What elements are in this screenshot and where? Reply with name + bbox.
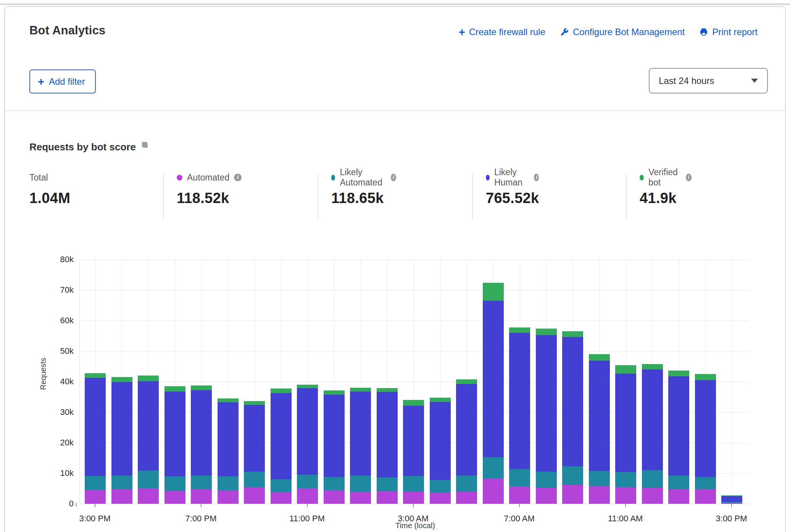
segment-likely-human (324, 395, 345, 477)
y-tick-label: 40k (43, 377, 74, 387)
stat-verified-bot: Verified boti41.9k (640, 172, 692, 206)
h-gridline (80, 351, 749, 351)
stat-total-value: 1.04M (29, 190, 70, 206)
stat-label: Likely Automated (340, 167, 386, 188)
segment-automated (589, 486, 610, 504)
segment-likely-automated (164, 476, 185, 491)
segment-likely-automated (483, 457, 504, 478)
print-report-link[interactable]: Print report (699, 27, 758, 37)
x-tick-mark (519, 504, 520, 507)
segment-automated (615, 487, 636, 504)
info-icon[interactable]: i (391, 174, 396, 181)
stat-divider (626, 174, 627, 219)
segment-likely-automated (324, 477, 345, 490)
y-tick-label: 50k (43, 346, 74, 356)
segment-likely-human (191, 390, 212, 475)
bot-analytics-screen: Bot Analytics + Create firewall rule Con… (0, 0, 790, 532)
bar-500am[interactable] (456, 379, 477, 504)
legend-dot (486, 175, 490, 181)
plus-icon: + (38, 77, 44, 86)
segment-automated (509, 487, 530, 504)
page-title: Bot Analytics (29, 24, 106, 37)
info-icon[interactable]: i (234, 174, 242, 181)
bar-100am[interactable] (350, 388, 371, 504)
legend-dot (640, 175, 644, 181)
segment-automated (483, 479, 504, 504)
x-axis-title: Time (local) (381, 521, 450, 530)
bar-300pm[interactable] (85, 373, 106, 504)
x-tick-label: 7:00 PM (185, 514, 217, 524)
x-tick-label: 3:00 PM (716, 514, 747, 524)
segment-likely-automated (403, 476, 424, 492)
h-gridline (80, 321, 749, 321)
segment-verified-bot (430, 398, 451, 402)
info-icon[interactable]: i (686, 174, 692, 181)
segment-likely-automated (536, 472, 557, 488)
segment-automated (297, 488, 318, 504)
segment-likely-human (85, 378, 106, 476)
segment-likely-automated (642, 470, 663, 488)
bar-900pm[interactable] (244, 401, 265, 504)
segment-likely-human (536, 335, 557, 472)
segment-likely-human (456, 384, 477, 476)
bar-700am[interactable] (509, 327, 530, 504)
segment-automated (695, 489, 716, 504)
bar-100pm[interactable] (668, 371, 689, 504)
bar-500pm[interactable] (138, 376, 159, 504)
segment-likely-human (562, 337, 583, 466)
bar-1200am[interactable] (324, 390, 345, 504)
bar-900am[interactable] (562, 331, 583, 504)
segment-verified-bot (271, 389, 292, 393)
bar-600pm[interactable] (164, 386, 185, 504)
bar-400am[interactable] (430, 398, 451, 504)
bar-800am[interactable] (536, 329, 557, 504)
bar-200am[interactable] (377, 388, 398, 504)
segment-likely-human (695, 380, 716, 477)
bar-1100am[interactable] (615, 365, 636, 504)
bar-400pm[interactable] (111, 377, 132, 504)
bar-200pm[interactable] (695, 374, 716, 504)
segment-verified-bot (615, 365, 636, 374)
create-firewall-rule-link[interactable]: + Create firewall rule (459, 27, 545, 37)
info-icon[interactable]: i (534, 174, 539, 181)
segment-verified-bot (642, 364, 663, 369)
bar-1200pm[interactable] (642, 364, 663, 504)
time-range-select[interactable]: Last 24 hours (649, 68, 768, 94)
bar-700pm[interactable] (191, 385, 212, 504)
segment-likely-automated (218, 476, 239, 490)
segment-automated (403, 492, 424, 504)
segment-automated (218, 490, 239, 504)
stat-divider (163, 174, 164, 219)
add-filter-button[interactable]: + Add filter (29, 69, 96, 94)
segment-likely-human (509, 333, 530, 469)
bar-1000am[interactable] (589, 354, 610, 504)
bar-1100pm[interactable] (297, 385, 318, 504)
bar-300pm[interactable] (721, 495, 742, 504)
segment-automated (138, 488, 159, 504)
stat-likely-human: Likely Humani765.52k (486, 172, 539, 206)
bar-300am[interactable] (403, 400, 424, 504)
segment-likely-automated (430, 480, 451, 493)
segment-verified-bot (509, 327, 530, 333)
configure-bot-management-link[interactable]: Configure Bot Management (560, 27, 685, 37)
bar-800pm[interactable] (218, 398, 239, 504)
segment-likely-human (164, 392, 185, 476)
h-gridline (80, 504, 749, 504)
segment-verified-bot (668, 371, 689, 376)
analytics-card: Bot Analytics + Create firewall rule Con… (4, 6, 786, 532)
bar-600am[interactable] (483, 283, 504, 504)
segment-automated (562, 485, 583, 504)
stat-total: Total 1.04M (29, 172, 70, 206)
segment-likely-automated (668, 476, 689, 489)
y-tick-label: 80k (43, 255, 74, 264)
stat-value: 118.52k (177, 190, 242, 206)
bar-1000pm[interactable] (271, 389, 292, 504)
segment-likely-human (138, 381, 159, 471)
segment-likely-automated (456, 476, 477, 492)
top-divider (0, 3, 790, 5)
segment-automated (164, 491, 185, 504)
segment-verified-bot (138, 376, 159, 381)
segment-likely-human (244, 405, 265, 472)
segment-automated (191, 489, 212, 504)
chevron-down-icon (751, 79, 758, 83)
